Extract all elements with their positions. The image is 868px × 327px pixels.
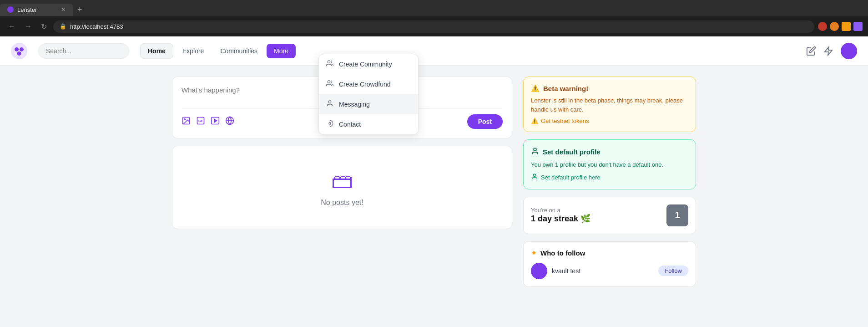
search-input[interactable]: [38, 43, 129, 59]
dp-title: Set default profile: [531, 147, 688, 157]
beta-title-text: Beta warning!: [543, 85, 588, 92]
svg-point-18: [533, 174, 535, 176]
contact-icon: [326, 120, 333, 129]
beta-warning-icon: ⚠️: [531, 84, 540, 92]
star-icon: ✦: [531, 249, 537, 257]
svg-point-0: [11, 43, 27, 59]
logo-icon: [11, 43, 27, 59]
dropdown-create-crowdfund[interactable]: Create Crowdfund: [319, 74, 418, 94]
browser-toolbar: ← → ↻ 🔒 http://localhost:4783: [0, 16, 868, 36]
no-posts-text: No posts yet!: [183, 199, 501, 207]
default-profile-card: Set default profile You own 1 profile bu…: [523, 139, 696, 189]
svg-point-2: [20, 47, 24, 51]
messaging-label: Messaging: [339, 101, 370, 108]
nav-right: [806, 43, 857, 59]
set-default-profile-link[interactable]: Set default profile here: [531, 173, 688, 182]
dp-link-text: Set default profile here: [541, 174, 601, 181]
streak-card: You're on a 1 day streak 🌿 1: [523, 197, 696, 234]
forward-button[interactable]: →: [22, 20, 35, 32]
no-posts-panel: 🗃 No posts yet!: [172, 146, 512, 229]
testnet-link-text: Get testnet tokens: [541, 118, 589, 124]
dropdown-messaging[interactable]: Messaging: [319, 94, 418, 114]
contact-label: Contact: [339, 121, 361, 128]
dp-text: You own 1 profile but you don't have a d…: [531, 160, 688, 169]
lock-icon: 🔒: [60, 23, 66, 30]
nav-more[interactable]: More: [267, 44, 296, 58]
dp-title-text: Set default profile: [543, 148, 601, 156]
compose-button[interactable]: [806, 46, 816, 56]
svg-point-6: [328, 81, 330, 83]
testnet-link-icon: ⚠️: [531, 118, 538, 124]
beta-warning-card: ⚠️ Beta warning! Lenster is still in the…: [523, 77, 696, 132]
browser-chrome: Lenster ✕ + ← → ↻ 🔒 http://localhost:478…: [0, 0, 868, 36]
tab-favicon: [7, 6, 14, 13]
app-wrapper: Home Explore Communities More: [0, 36, 868, 327]
dropdown-contact[interactable]: Contact: [319, 114, 418, 134]
lightning-button[interactable]: [823, 46, 833, 56]
url-text: http://localhost:4783: [70, 23, 123, 30]
nav-explore[interactable]: Explore: [175, 44, 211, 58]
attach-video-button[interactable]: [211, 116, 220, 128]
svg-text:GIF: GIF: [198, 119, 203, 123]
svg-point-5: [328, 61, 330, 63]
streak-info: You're on a 1 day streak 🌿: [531, 207, 590, 224]
logo[interactable]: [11, 43, 27, 59]
avatar[interactable]: [841, 43, 857, 59]
streak-value: 1 day streak 🌿: [531, 214, 590, 224]
nav-communities[interactable]: Communities: [213, 44, 265, 58]
dp-icon: [531, 147, 539, 157]
beta-title: ⚠️ Beta warning!: [531, 84, 688, 92]
follow-name: kvault test: [552, 267, 580, 275]
follow-avatar: [531, 263, 547, 279]
who-follow-title-text: Who to follow: [540, 249, 585, 257]
svg-marker-14: [214, 119, 217, 122]
reload-button[interactable]: ↻: [38, 20, 50, 33]
follow-button[interactable]: Follow: [658, 266, 688, 276]
svg-point-10: [184, 118, 186, 120]
svg-point-17: [534, 148, 536, 151]
browser-tab-bar: Lenster ✕ +: [0, 0, 868, 16]
get-testnet-link[interactable]: ⚠️ Get testnet tokens: [531, 118, 688, 124]
address-bar[interactable]: 🔒 http://localhost:4783: [53, 20, 814, 33]
svg-point-7: [328, 101, 331, 103]
nav-links: Home Explore Communities More: [140, 43, 296, 59]
post-button[interactable]: Post: [467, 114, 503, 129]
no-posts-icon: 🗃: [183, 168, 501, 193]
messaging-icon: [326, 100, 333, 109]
back-button[interactable]: ←: [5, 20, 18, 32]
svg-marker-4: [825, 46, 833, 55]
who-to-follow-card: ✦ Who to follow kvault test Follow: [523, 241, 696, 287]
tab-title: Lenster: [17, 6, 37, 13]
svg-point-3: [17, 51, 21, 55]
streak-label: You're on a: [531, 207, 590, 214]
extension-icons: [818, 22, 863, 31]
tab-close-button[interactable]: ✕: [61, 6, 66, 13]
navbar: Home Explore Communities More: [0, 36, 868, 66]
main-content: GIF: [161, 66, 707, 298]
create-crowdfund-label: Create Crowdfund: [339, 81, 391, 88]
create-community-label: Create Community: [339, 61, 392, 68]
more-dropdown-menu: Create Community Create Crowdfund Mess: [318, 54, 419, 135]
streak-badge: 1: [666, 204, 688, 226]
new-tab-button[interactable]: +: [73, 5, 87, 15]
follow-item: kvault test Follow: [531, 263, 688, 279]
attach-gif-button[interactable]: GIF: [196, 116, 205, 128]
dropdown-create-community[interactable]: Create Community: [319, 54, 418, 74]
ext-icon-1[interactable]: [818, 22, 827, 31]
sidebar: ⚠️ Beta warning! Lenster is still in the…: [523, 77, 696, 287]
attach-image-button[interactable]: [182, 116, 191, 128]
ext-icon-4[interactable]: [853, 22, 863, 31]
nav-home[interactable]: Home: [140, 43, 173, 59]
ext-icon-2[interactable]: [830, 22, 839, 31]
ext-icon-3[interactable]: [842, 22, 851, 31]
dp-link-icon: [531, 173, 538, 182]
attach-link-button[interactable]: [225, 116, 234, 128]
browser-tab[interactable]: Lenster ✕: [0, 4, 73, 16]
create-community-icon: [326, 60, 333, 69]
svg-point-1: [15, 47, 19, 51]
beta-text: Lenster is still in the beta phase, thin…: [531, 96, 688, 114]
create-crowdfund-icon: [326, 80, 333, 89]
who-follow-title: ✦ Who to follow: [531, 249, 688, 257]
svg-point-8: [329, 123, 331, 124]
